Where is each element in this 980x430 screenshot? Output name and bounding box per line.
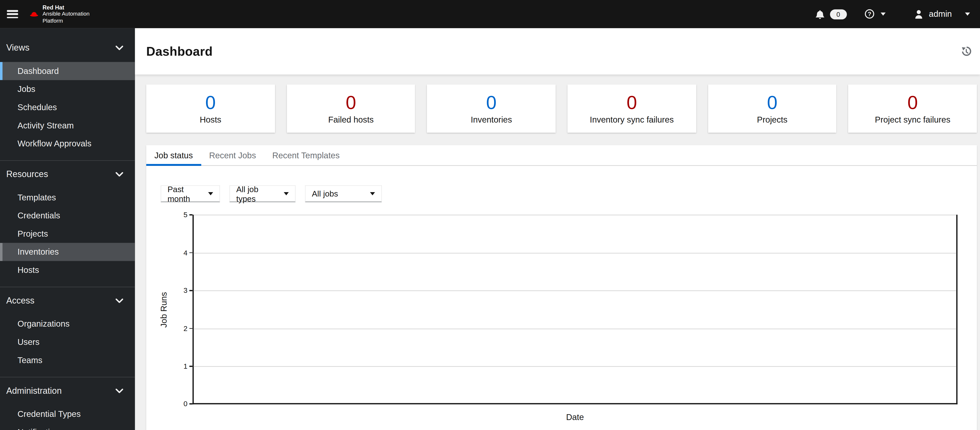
sidebar-item-inventories[interactable]: Inventories xyxy=(0,243,135,261)
card-label: Hosts xyxy=(200,115,221,124)
nav-section-header-access[interactable]: Access xyxy=(0,294,135,307)
app-window: Red Hat Ansible Automation Platform 0 ? xyxy=(0,0,980,430)
page-header: Dashboard xyxy=(135,28,980,74)
history-icon xyxy=(960,46,971,57)
y-tick-label: 2 xyxy=(183,324,187,332)
y-tick-mark xyxy=(189,328,192,329)
sidebar-item-teams[interactable]: Teams xyxy=(0,351,135,369)
y-tick-label: 3 xyxy=(183,287,187,294)
y-tick-label: 1 xyxy=(183,363,187,370)
chart-filters: Past month All job types All jobs xyxy=(161,185,977,202)
job-type-select[interactable]: All job types xyxy=(229,185,296,202)
nav-toggle-hamburger-icon[interactable] xyxy=(7,10,18,18)
x-axis-label: Date xyxy=(192,412,958,422)
tab-job-status[interactable]: Job status xyxy=(146,145,201,165)
chevron-down-icon xyxy=(116,172,123,176)
question-circle-icon: ? xyxy=(864,9,874,19)
y-tick-mark xyxy=(189,366,192,367)
projects-count-link[interactable]: 0 xyxy=(767,93,777,112)
y-tick-mark xyxy=(189,252,192,253)
card-project-sync-failures: 0 Project sync failures xyxy=(848,85,977,133)
sidebar-nav: Views Dashboard Jobs Schedules Activity … xyxy=(0,28,135,430)
sidebar-item-dashboard[interactable]: Dashboard xyxy=(0,62,135,80)
card-hosts: 0 Hosts xyxy=(146,85,275,133)
masthead: Red Hat Ansible Automation Platform 0 ? xyxy=(0,0,980,28)
card-label: Inventory sync failures xyxy=(590,115,674,124)
project-sync-failures-count-link[interactable]: 0 xyxy=(907,93,918,112)
brand-logo: Red Hat Ansible Automation Platform xyxy=(29,4,90,24)
tab-recent-templates[interactable]: Recent Templates xyxy=(264,145,348,165)
sidebar-item-hosts[interactable]: Hosts xyxy=(0,261,135,279)
help-menu-button[interactable]: ? xyxy=(864,9,886,19)
y-axis-label: Job Runs xyxy=(159,292,169,328)
history-button[interactable] xyxy=(960,46,971,57)
nav-section-resources: Resources Templates Credentials Projects… xyxy=(0,160,135,287)
sidebar-item-users[interactable]: Users xyxy=(0,333,135,351)
tab-bar: Job status Recent Jobs Recent Templates xyxy=(146,145,977,166)
card-projects: 0 Projects xyxy=(708,85,837,133)
nav-section-header-views[interactable]: Views xyxy=(0,41,135,54)
chevron-down-icon xyxy=(881,13,886,16)
y-tick-mark xyxy=(189,214,192,215)
bell-icon xyxy=(815,9,825,19)
chevron-down-icon xyxy=(116,388,123,393)
inventory-sync-failures-count-link[interactable]: 0 xyxy=(627,93,637,112)
sidebar-item-jobs[interactable]: Jobs xyxy=(0,80,135,98)
notifications-button[interactable]: 0 xyxy=(815,9,846,19)
nav-section-header-resources[interactable]: Resources xyxy=(0,167,135,181)
summary-cards-row: 0 Hosts 0 Failed hosts 0 Inventories 0 I… xyxy=(146,85,977,133)
card-failed-hosts: 0 Failed hosts xyxy=(287,85,415,133)
chevron-down-icon xyxy=(116,45,123,50)
card-inventories: 0 Inventories xyxy=(427,85,555,133)
jobs-select[interactable]: All jobs xyxy=(305,185,382,202)
y-tick-mark xyxy=(189,403,192,404)
nav-section-header-administration[interactable]: Administration xyxy=(0,384,135,398)
brand-line2: Ansible Automation xyxy=(43,11,90,18)
brand-line1: Red Hat xyxy=(43,4,90,11)
chevron-down-icon xyxy=(965,13,970,16)
nav-section-views: Views Dashboard Jobs Schedules Activity … xyxy=(0,28,135,160)
sidebar-item-templates[interactable]: Templates xyxy=(0,189,135,207)
card-label: Inventories xyxy=(471,115,512,124)
failed-hosts-count-link[interactable]: 0 xyxy=(346,93,356,112)
username-label: admin xyxy=(929,10,952,19)
caret-down-icon xyxy=(284,192,289,195)
caret-down-icon xyxy=(208,192,213,195)
sidebar-item-notifications[interactable]: Notifications xyxy=(0,423,135,430)
gridline xyxy=(194,329,956,329)
sidebar-item-schedules[interactable]: Schedules xyxy=(0,98,135,117)
hosts-count-link[interactable]: 0 xyxy=(205,93,216,112)
svg-text:?: ? xyxy=(867,11,871,18)
y-tick-label: 4 xyxy=(183,249,187,256)
notification-count-badge[interactable]: 0 xyxy=(830,9,846,19)
sidebar-item-organizations[interactable]: Organizations xyxy=(0,315,135,333)
period-select[interactable]: Past month xyxy=(161,185,220,202)
nav-section-access: Access Organizations Users Teams xyxy=(0,287,135,377)
user-menu-button[interactable]: admin xyxy=(915,9,970,19)
caret-down-icon xyxy=(370,192,375,195)
y-tick-mark xyxy=(189,290,192,291)
y-tick-label: 0 xyxy=(183,400,187,408)
sidebar-item-workflow-approvals[interactable]: Workflow Approvals xyxy=(0,134,135,153)
gridline xyxy=(194,215,956,216)
chevron-down-icon xyxy=(116,298,123,302)
card-label: Project sync failures xyxy=(875,115,950,124)
gridline xyxy=(194,366,956,367)
card-label: Projects xyxy=(757,115,788,124)
page-title: Dashboard xyxy=(146,44,213,58)
job-runs-chart: Job Runs 5 4 3 2 1 0 xyxy=(192,215,958,404)
main-content: Dashboard 0 Hosts 0 Failed hosts 0 Inven… xyxy=(135,28,980,430)
tab-recent-jobs[interactable]: Recent Jobs xyxy=(201,145,264,165)
card-inventory-sync-failures: 0 Inventory sync failures xyxy=(568,85,696,133)
nav-section-administration: Administration Credential Types Notifica… xyxy=(0,377,135,430)
sidebar-item-credential-types[interactable]: Credential Types xyxy=(0,405,135,423)
y-tick-label: 5 xyxy=(183,211,187,218)
red-hat-fedora-icon xyxy=(29,10,39,18)
inventories-count-link[interactable]: 0 xyxy=(486,93,496,112)
brand-line3: Platform xyxy=(43,17,90,24)
card-label: Failed hosts xyxy=(328,115,374,124)
chart-plot-area xyxy=(192,215,958,404)
sidebar-item-projects[interactable]: Projects xyxy=(0,225,135,243)
sidebar-item-credentials[interactable]: Credentials xyxy=(0,206,135,225)
sidebar-item-activity-stream[interactable]: Activity Stream xyxy=(0,117,135,135)
